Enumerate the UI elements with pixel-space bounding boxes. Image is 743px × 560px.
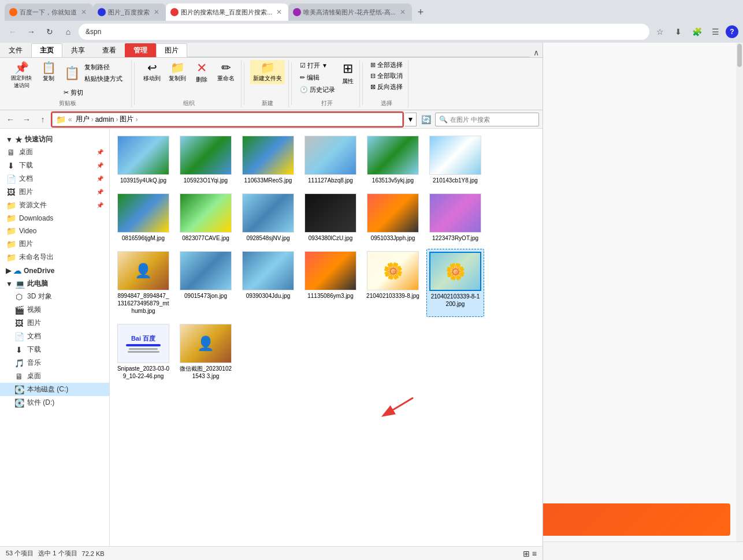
- ribbon-tab-manage[interactable]: 管理: [125, 43, 156, 57]
- breadcrumb-bar[interactable]: 📁 « 用户 › admin › 图片 ›: [52, 113, 403, 126]
- tab-3-close[interactable]: ✕: [274, 7, 284, 17]
- ribbon-tab-home[interactable]: 主页: [31, 43, 62, 57]
- sidebar-item-pictures-folder[interactable]: 📁 图片: [0, 237, 109, 251]
- file-item-17[interactable]: 🌼 210402103339-8-1200.jpg: [426, 249, 484, 317]
- address-input[interactable]: [79, 24, 649, 40]
- sidebar-item-resources[interactable]: 📁 资源文件 📌: [0, 199, 109, 212]
- file-item-10[interactable]: 0951033Jpph.jpg: [364, 191, 422, 244]
- copy-button[interactable]: 📋 复制: [38, 60, 59, 84]
- reload-button[interactable]: ↻: [42, 24, 58, 40]
- search-box[interactable]: 🔍: [435, 113, 539, 126]
- file-item-6[interactable]: 0816596tjgM.jpg: [114, 191, 172, 244]
- copy-to-button[interactable]: 📁 复制到: [166, 60, 189, 84]
- sidebar-item-video-folder[interactable]: 📁 Video: [0, 225, 109, 237]
- file-item-8[interactable]: 0928548sjNV.jpg: [239, 191, 297, 244]
- deselect-all-button[interactable]: ⊟ 全部取消: [369, 71, 404, 81]
- ribbon-tab-share[interactable]: 共享: [62, 43, 94, 57]
- sidebar-item-pictures[interactable]: 🖼 图片 📌: [0, 185, 109, 199]
- quick-access-header[interactable]: ▼ ★ 快速访问: [0, 132, 109, 145]
- sidebar-item-docs-pc[interactable]: 📄 文档: [0, 330, 109, 343]
- rename-button[interactable]: ✏ 重命名: [214, 60, 237, 84]
- edit-button[interactable]: ✏ 编辑: [298, 72, 337, 83]
- menu-button[interactable]: ☰: [707, 24, 723, 40]
- this-pc-header[interactable]: ▼ 💻 此电脑: [0, 277, 109, 290]
- file-item-15[interactable]: 11135086ym3.jpg: [302, 249, 359, 317]
- bookmark-button[interactable]: ☆: [652, 24, 668, 40]
- file-item-3[interactable]: 111127Abzq8.jpg: [302, 133, 359, 186]
- file-item-7[interactable]: 0823077CAVE.jpg: [177, 191, 235, 244]
- file-item-9[interactable]: 0934380lCzU.jpg: [302, 191, 359, 244]
- open-button[interactable]: ☑ 打开 ▼: [298, 60, 337, 71]
- file-item-13[interactable]: 09015473jon.jpg: [177, 249, 235, 317]
- sidebar-item-videos[interactable]: 🎬 视频: [0, 303, 109, 316]
- tab-2-close[interactable]: ✕: [152, 7, 161, 17]
- sidebar-item-drive-d[interactable]: 💽 软件 (D:): [0, 396, 109, 409]
- scrollbar-thumb[interactable]: [737, 44, 742, 67]
- help-button[interactable]: ?: [726, 25, 738, 38]
- download-indicator[interactable]: ⬇: [670, 24, 686, 40]
- tab-2[interactable]: 图片_百度搜索 ✕: [93, 3, 166, 21]
- extensions-button[interactable]: 🧩: [689, 24, 705, 40]
- sidebar-item-downloads-folder[interactable]: 📁 Downloads: [0, 212, 109, 225]
- tab-3[interactable]: 图片的搜索结果_百度图片搜索... ✕: [166, 3, 288, 21]
- pin-quick-access-button[interactable]: 📌 固定到快速访问: [7, 60, 36, 91]
- file-item-12[interactable]: 👤 8994847_8994847_1316273495879_mthumb.j…: [114, 249, 172, 317]
- sidebar-item-desktop[interactable]: 🖥 桌面 📌: [0, 145, 109, 159]
- home-button[interactable]: ⌂: [60, 24, 76, 40]
- right-scrollbar[interactable]: [736, 43, 743, 542]
- toolbar-forward[interactable]: →: [20, 113, 34, 126]
- file-item-5[interactable]: 210143cb1Y8.jpg: [426, 133, 484, 186]
- toolbar-up[interactable]: ↑: [36, 113, 50, 126]
- sidebar-item-3d[interactable]: ⬡ 3D 对象: [0, 290, 109, 303]
- sidebar-item-download[interactable]: ⬇ 下载 📌: [0, 159, 109, 172]
- invert-selection-button[interactable]: ⊠ 反向选择: [369, 82, 404, 92]
- file-item-14[interactable]: 09390304Jdu.jpg: [239, 249, 297, 317]
- sidebar-item-downloads-pc[interactable]: ⬇ 下载: [0, 343, 109, 356]
- breadcrumb-part-2[interactable]: 图片: [120, 114, 133, 124]
- sidebar-item-music[interactable]: 🎵 音乐: [0, 356, 109, 369]
- file-item-19[interactable]: 👤 微信截图_202301021543 3.jpg: [177, 322, 235, 382]
- new-folder-button[interactable]: 📁 新建文件夹: [250, 60, 285, 84]
- delete-button[interactable]: ✕ 删除: [191, 60, 212, 85]
- tab-4-close[interactable]: ✕: [398, 7, 407, 17]
- file-item-16[interactable]: 🌼 210402103339-8.jpg: [364, 249, 422, 317]
- onedrive-header[interactable]: ▶ ☁ OneDrive: [0, 264, 109, 277]
- list-view-icon[interactable]: ≡: [532, 549, 537, 558]
- copy-path-button[interactable]: 复制路径: [82, 62, 125, 73]
- ribbon-collapse-button[interactable]: ∧: [530, 48, 543, 57]
- tab-1-close[interactable]: ✕: [79, 7, 88, 17]
- history-button[interactable]: 🕐 历史记录: [298, 84, 337, 95]
- file-item-1[interactable]: 105923O1Yqi.jpg: [177, 133, 235, 186]
- paste-shortcut-button[interactable]: 粘贴快捷方式: [82, 73, 125, 84]
- toolbar-refresh[interactable]: 🔄: [419, 113, 433, 126]
- tab-1[interactable]: 百度一下，你就知道 ✕: [5, 3, 93, 21]
- cut-button[interactable]: ✂ 剪切: [61, 87, 128, 98]
- sidebar-item-desktop-pc[interactable]: 🖥 桌面: [0, 369, 109, 383]
- forward-button[interactable]: →: [23, 24, 39, 40]
- search-input[interactable]: [450, 116, 535, 123]
- select-all-button[interactable]: ⊞ 全部选择: [369, 60, 404, 70]
- tab-4[interactable]: 唯美高清雏菊图片-花卉壁纸-高... ✕: [288, 3, 412, 21]
- file-item-18[interactable]: Bai 百度 Snipaste_2023-03-09_10-22-46.png: [114, 322, 172, 382]
- ribbon-tab-img[interactable]: 图片: [156, 43, 187, 57]
- file-item-0[interactable]: 103915y4UkQ.jpg: [114, 133, 172, 186]
- sidebar-item-pictures-pc[interactable]: 🖼 图片: [0, 316, 109, 330]
- new-tab-button[interactable]: +: [412, 3, 429, 21]
- sidebar-item-unnamed-export[interactable]: 📁 未命名导出: [0, 251, 109, 264]
- move-to-button[interactable]: ↩ 移动到: [140, 60, 164, 84]
- sidebar-item-local-disk-c[interactable]: 💽 本地磁盘 (C:): [0, 383, 109, 396]
- file-item-2[interactable]: 110633MReoS.jpg: [239, 133, 297, 186]
- breadcrumb-dropdown[interactable]: ▼: [405, 113, 417, 126]
- paste-button[interactable]: 📋 复制路径 粘贴快捷方式: [61, 60, 128, 86]
- toolbar-back[interactable]: ←: [3, 113, 17, 126]
- file-item-11[interactable]: 1223473RyOT.jpg: [426, 191, 484, 244]
- ribbon-tab-file[interactable]: 文件: [0, 43, 31, 57]
- sidebar-item-documents[interactable]: 📄 文档 📌: [0, 172, 109, 185]
- file-item-4[interactable]: 163513v5ykj.jpg: [364, 133, 422, 186]
- back-button[interactable]: ←: [5, 24, 21, 40]
- breadcrumb-part-0[interactable]: 用户: [76, 114, 90, 124]
- properties-button[interactable]: ⊞ 属性: [340, 60, 356, 87]
- ribbon-tab-view[interactable]: 查看: [94, 43, 125, 57]
- breadcrumb-part-1[interactable]: admin: [95, 115, 114, 124]
- grid-view-icon[interactable]: ⊞: [523, 549, 530, 558]
